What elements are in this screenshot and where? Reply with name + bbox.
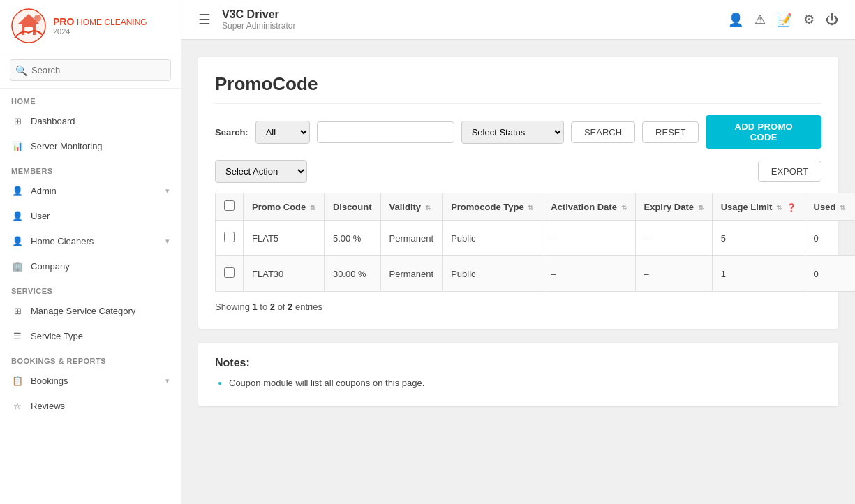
col-usage-limit: Usage Limit ⇅ ❓ (712, 193, 805, 221)
nav-section-members: MEMBERS (0, 158, 181, 178)
bar-chart-icon: 📊 (11, 140, 24, 152)
sidebar-item-manage-service-category[interactable]: ⊞ Manage Service Category (0, 298, 181, 323)
sidebar-item-server-monitoring[interactable]: 📊 Server Monitoring (0, 133, 181, 158)
sort-icon: ⇅ (840, 204, 845, 212)
alert-icon[interactable]: ⚠ (754, 12, 766, 27)
gear-icon[interactable]: ⚙ (803, 12, 815, 27)
sort-icon: ⇅ (621, 204, 627, 212)
cell-activation-date: – (542, 221, 635, 256)
person-icon: 👤 (11, 184, 24, 197)
cell-activation-date: – (542, 256, 635, 292)
cell-used: 0 (805, 221, 854, 256)
search-button[interactable]: SEARCH (571, 121, 635, 143)
header-title-block: V3C Driver Super Administrator (222, 8, 717, 31)
export-button[interactable]: EXPORT (758, 161, 821, 182)
sort-icon: ⇅ (310, 204, 315, 212)
sidebar-search-input[interactable] (10, 59, 171, 81)
clipboard-icon: 📋 (11, 374, 24, 387)
notes-title: Notes: (215, 357, 821, 369)
select-action-dropdown[interactable]: Select Action (215, 160, 307, 183)
star-icon: ☆ (11, 399, 24, 412)
sidebar-item-label: Home Cleaners (31, 236, 94, 246)
col-validity: Validity ⇅ (380, 193, 443, 221)
list-icon: ☰ (11, 329, 24, 342)
promo-code-card: PromoCode Search: All Select Status SEAR… (198, 57, 838, 329)
user-icon[interactable]: 👤 (728, 12, 743, 27)
sidebar-item-user[interactable]: 👤 User (0, 203, 181, 228)
grid-icon: ⊞ (11, 114, 24, 127)
col-activation-date: Activation Date ⇅ (542, 193, 635, 221)
col-promo-code: Promo Code ⇅ (244, 193, 325, 221)
table-row: FLAT30 30.00 % Permanent Public – – 1 0 … (216, 256, 856, 292)
page-title: PromoCode (215, 73, 821, 104)
cell-validity: Permanent (380, 221, 443, 256)
hamburger-icon[interactable]: ☰ (198, 11, 211, 28)
sidebar-item-dashboard[interactable]: ⊞ Dashboard (0, 108, 181, 133)
cell-discount: 30.00 % (324, 256, 380, 292)
notes-icon[interactable]: 📝 (777, 12, 792, 27)
note-item: Coupon module will list all coupons on t… (229, 378, 821, 388)
row-checkbox[interactable] (224, 232, 235, 242)
logo-pro: PRO (53, 16, 74, 27)
col-used: Used ⇅ (805, 193, 854, 221)
sidebar-item-label: Bookings (31, 376, 68, 386)
sidebar-item-label: User (31, 211, 50, 221)
cell-promo-code: FLAT30 (244, 256, 325, 292)
sidebar-item-bookings[interactable]: 📋 Bookings ▾ (0, 368, 181, 393)
cell-checkbox (216, 221, 244, 256)
sidebar-item-service-type[interactable]: ☰ Service Type (0, 323, 181, 348)
sidebar-item-home-cleaners[interactable]: 👤 Home Cleaners ▾ (0, 228, 181, 253)
sidebar-item-admin[interactable]: 👤 Admin ▾ (0, 178, 181, 203)
cell-promocode-type: Public (443, 256, 542, 292)
power-icon[interactable]: ⏻ (826, 13, 838, 27)
search-text-input[interactable] (317, 121, 454, 143)
notes-list: Coupon module will list all coupons on t… (215, 378, 821, 388)
sidebar-search-box: 🔍 (0, 52, 181, 89)
search-label: Search: (215, 127, 248, 138)
select-all-checkbox[interactable] (224, 200, 235, 211)
header-title: V3C Driver (222, 8, 717, 21)
search-icon: 🔍 (15, 65, 27, 76)
cell-used: 0 (805, 256, 854, 292)
table-row: FLAT5 5.00 % Permanent Public – – 5 0 0 … (216, 221, 856, 256)
person-icon: 👤 (11, 235, 24, 247)
chevron-down-icon: ▾ (165, 237, 170, 246)
add-promo-code-button[interactable]: ADD PROMO CODE (706, 115, 821, 149)
main-content: ☰ V3C Driver Super Administrator 👤 ⚠ 📝 ⚙… (181, 0, 855, 504)
showing-text: Showing 1 to 2 of 2 entries (215, 302, 821, 312)
cell-expiry-date: – (635, 256, 712, 292)
action-row: Select Action EXPORT (215, 160, 821, 183)
sort-icon: ⇅ (698, 204, 704, 212)
col-promocode-type: Promocode Type ⇅ (443, 193, 542, 221)
grid-icon: ⊞ (11, 304, 24, 317)
sidebar-item-label: Company (31, 261, 70, 272)
page-content: PromoCode Search: All Select Status SEAR… (181, 40, 855, 504)
logo-text: PRO HOME CLEANING 2024 (53, 16, 147, 36)
sort-icon: ⇅ (776, 204, 782, 212)
col-discount: Discount (324, 193, 380, 221)
sidebar-item-label: Admin (31, 186, 57, 196)
sidebar-item-label: Service Type (31, 331, 83, 341)
sidebar-item-reviews[interactable]: ☆ Reviews (0, 393, 181, 418)
sidebar-item-label: Dashboard (31, 116, 75, 126)
cell-usage-limit: 5 (712, 221, 805, 256)
chevron-down-icon: ▾ (165, 376, 170, 385)
col-expiry-date: Expiry Date ⇅ (635, 193, 712, 221)
chevron-down-icon: ▾ (165, 186, 170, 195)
cell-validity: Permanent (380, 256, 443, 292)
status-select[interactable]: Select Status (461, 121, 564, 144)
cell-expiry-date: – (635, 221, 712, 256)
sidebar-item-company[interactable]: 🏢 Company (0, 253, 181, 279)
reset-button[interactable]: RESET (642, 121, 699, 143)
cell-promocode-type: Public (443, 221, 542, 256)
sidebar-item-label: Reviews (31, 401, 65, 411)
nav-section-bookings: BOOKINGS & REPORTS (0, 348, 181, 368)
search-all-select[interactable]: All (255, 121, 311, 144)
logo-year: 2024 (53, 27, 147, 36)
help-icon: ❓ (787, 203, 796, 212)
building-icon: 🏢 (11, 260, 24, 272)
col-checkbox (216, 193, 244, 221)
logo-icon (11, 8, 46, 43)
cell-checkbox (216, 256, 244, 292)
row-checkbox[interactable] (224, 267, 235, 278)
